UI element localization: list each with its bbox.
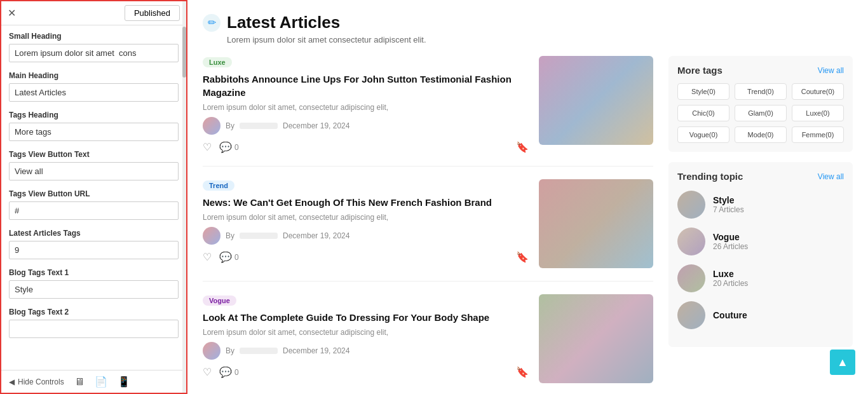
section-subtitle: Lorem ipsum dolor sit amet consectetur a… [227, 35, 853, 44]
tag-chip-4[interactable]: Glam(0) [735, 105, 787, 121]
article-image-placeholder-0 [539, 56, 653, 145]
article-tag-2[interactable]: Vogue [203, 296, 236, 306]
comment-button-0[interactable]: 💬 0 [219, 141, 239, 153]
field-input-small-heading[interactable] [9, 44, 179, 62]
comment-count-2: 0 [234, 368, 239, 377]
trending-title: Trending topic [677, 171, 743, 182]
field-group-tags-view-btn-text: Tags View Button Text [9, 150, 179, 180]
bookmark-button-2[interactable]: 🔖 [516, 366, 529, 378]
hide-controls-button[interactable]: ◀ Hide Controls [9, 377, 64, 386]
panel-footer: ◀ Hide Controls 🖥 📄 📱 [1, 370, 186, 393]
field-input-latest-articles-tags[interactable] [9, 241, 179, 259]
article-excerpt-1: Lorem ipsum dolor sit amet, consectetur … [203, 213, 529, 222]
article-date-0: December 19, 2024 [283, 121, 349, 130]
field-input-main-heading[interactable] [9, 83, 179, 102]
tags-box: More tags View all Style(0)Trend(0)Coutu… [668, 56, 853, 152]
article-actions-1: ♡ 💬 0 🔖 [203, 251, 529, 263]
trending-item-3[interactable]: Couture [677, 301, 844, 329]
trending-box: Trending topic View all Style 7 Articles… [668, 162, 853, 347]
mobile-icon[interactable]: 📱 [118, 376, 130, 388]
article-meta-0: By December 19, 2024 [203, 117, 529, 135]
bookmark-button-0[interactable]: 🔖 [516, 141, 529, 153]
article-meta-2: By December 19, 2024 [203, 342, 529, 360]
author-avatar-1 [203, 227, 220, 245]
field-group-tags-view-btn-url: Tags View Button URL [9, 189, 179, 220]
close-button[interactable]: ✕ [8, 7, 16, 19]
field-label-blog-tags-text1: Blog Tags Text 1 [9, 268, 179, 277]
tag-chip-8[interactable]: Femme(0) [792, 126, 844, 143]
field-input-blog-tags-text1[interactable] [9, 280, 179, 299]
scroll-top-button[interactable]: ▲ [830, 350, 855, 375]
field-group-small-heading: Small Heading [9, 32, 179, 62]
section-icon: ✏ [203, 14, 220, 32]
article-info-0: Luxe Rabbitohs Announce Line Ups For Joh… [203, 56, 529, 153]
trending-avatar-2 [677, 264, 705, 292]
article-title-0: Rabbitohs Announce Line Ups For John Sut… [203, 72, 529, 99]
field-input-tags-view-btn-text[interactable] [9, 162, 179, 180]
like-button-2[interactable]: ♡ [203, 366, 212, 378]
article-tag-1[interactable]: Trend [203, 180, 234, 191]
trending-view-all-link[interactable]: View all [818, 172, 844, 181]
trending-name-1: Vogue [713, 232, 748, 242]
hide-controls-label: Hide Controls [18, 377, 64, 386]
comment-button-1[interactable]: 💬 0 [219, 251, 239, 263]
field-label-latest-articles-tags: Latest Articles Tags [9, 229, 179, 238]
article-actions-2: ♡ 💬 0 🔖 [203, 366, 529, 378]
chevron-left-icon: ◀ [9, 377, 15, 386]
trending-avatar-1 [677, 228, 705, 255]
like-button-0[interactable]: ♡ [203, 141, 212, 153]
section-header: ✏ Latest Articles [203, 13, 853, 32]
article-image-2 [539, 294, 653, 383]
author-avatar-0 [203, 117, 220, 135]
author-name-1 [240, 233, 278, 239]
tag-chip-5[interactable]: Luxe(0) [792, 105, 844, 121]
field-input-blog-tags-text2[interactable] [9, 320, 179, 338]
bookmark-button-1[interactable]: 🔖 [516, 251, 529, 263]
tags-view-all-link[interactable]: View all [818, 66, 844, 75]
tag-chip-7[interactable]: Mode(0) [735, 126, 787, 143]
comment-button-2[interactable]: 💬 0 [219, 366, 239, 378]
tag-chip-3[interactable]: Chic(0) [677, 105, 729, 121]
article-card-0: Luxe Rabbitohs Announce Line Ups For Joh… [203, 56, 653, 166]
article-title-1: News: We Can't Get Enough Of This New Fr… [203, 196, 529, 209]
tablet-icon[interactable]: 📄 [95, 376, 107, 388]
article-excerpt-2: Lorem ipsum dolor sit amet, consectetur … [203, 328, 529, 337]
trending-name-3: Couture [713, 310, 747, 320]
article-image-placeholder-1 [539, 179, 653, 268]
tag-chip-0[interactable]: Style(0) [677, 83, 729, 100]
trending-item-2[interactable]: Luxe 20 Articles [677, 264, 844, 292]
trending-info-1: Vogue 26 Articles [713, 232, 748, 251]
trending-item-0[interactable]: Style 7 Articles [677, 191, 844, 219]
articles-layout: Luxe Rabbitohs Announce Line Ups For Joh… [203, 56, 853, 394]
comment-count-1: 0 [234, 253, 239, 262]
article-image-1 [539, 179, 653, 268]
tag-chip-1[interactable]: Trend(0) [735, 83, 787, 100]
scroll-thumb [182, 27, 186, 78]
trending-item-1[interactable]: Vogue 26 Articles [677, 228, 844, 255]
comment-icon-1: 💬 [219, 251, 232, 263]
field-label-blog-tags-text2: Blog Tags Text 2 [9, 308, 179, 316]
published-button[interactable]: Published [125, 5, 180, 21]
trending-items: Style 7 Articles Vogue 26 Articles Luxe … [677, 191, 844, 329]
tag-chip-6[interactable]: Vogue(0) [677, 126, 729, 143]
tag-chip-2[interactable]: Couture(0) [792, 83, 844, 100]
trending-header: Trending topic View all [677, 171, 844, 182]
desktop-icon[interactable]: 🖥 [74, 376, 85, 388]
trending-info-0: Style 7 Articles [713, 195, 744, 214]
tags-title: More tags [677, 65, 722, 76]
field-input-tags-view-btn-url[interactable] [9, 201, 179, 220]
author-avatar-2 [203, 342, 220, 360]
field-label-tags-heading: Tags Heading [9, 111, 179, 119]
author-name-0 [240, 123, 278, 129]
field-input-tags-heading[interactable] [9, 123, 179, 141]
trending-avatar-3 [677, 301, 705, 329]
field-label-small-heading: Small Heading [9, 32, 179, 41]
like-button-1[interactable]: ♡ [203, 251, 212, 263]
article-info-1: Trend News: We Can't Get Enough Of This … [203, 179, 529, 268]
article-tag-0[interactable]: Luxe [203, 57, 232, 67]
field-group-tags-heading: Tags Heading [9, 111, 179, 141]
trending-info-3: Couture [713, 310, 747, 320]
article-card-2: Vogue Look At The Complete Guide To Dres… [203, 294, 653, 394]
by-label-1: By [226, 231, 234, 240]
panel-content: Small HeadingMain HeadingTags HeadingTag… [1, 25, 186, 370]
